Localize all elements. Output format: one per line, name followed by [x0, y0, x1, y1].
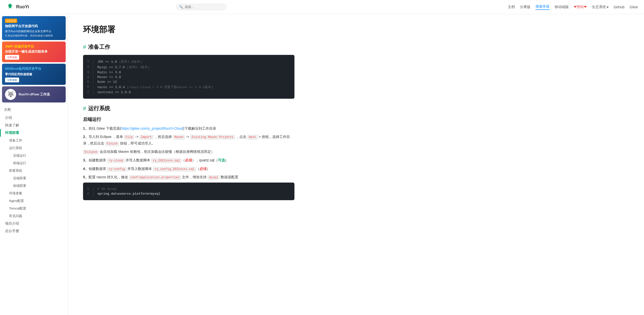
sidebar-item-runsys[interactable]: 运行系统: [0, 144, 68, 152]
ad-jnpf-logo: JNPF 快速开发平台: [5, 44, 63, 49]
code-mysql-kw: mysql: [208, 175, 220, 180]
code-existing-maven: Existing Maven Projects: [190, 135, 235, 139]
section-run-title: # 运行系统: [83, 105, 294, 112]
sidebar-item-prepare[interactable]: 准备工作: [0, 137, 68, 144]
nav-docs[interactable]: 文档: [508, 5, 515, 9]
sidebar-item-backend-deploy[interactable]: 后端部署: [0, 174, 68, 182]
logo-icon: [6, 3, 14, 11]
page-title: 环境部署: [83, 24, 294, 35]
ad-misboot-btn[interactable]: 立即体验: [5, 78, 19, 82]
ad-iot-desc: 忙身边的物联网专家，助您快速接入物联网: [5, 34, 63, 38]
main-layout: 山东云笠 物联网平台开放源代码 基于RuoYi的物联网综合业务支撑平台 忙身边的…: [0, 14, 644, 315]
ad-iot[interactable]: 山东云笠 物联网平台开放源代码 基于RuoYi的物联网综合业务支撑平台 忙身边的…: [2, 16, 66, 40]
badge-optional: 可选: [218, 158, 225, 162]
nav-github[interactable]: GitHub: [614, 5, 625, 9]
sidebar-item-intro[interactable]: 介绍: [0, 114, 68, 122]
sidebar-ads: 山东云笠 物联网平台开放源代码 基于RuoYi的物联网综合业务支撑平台 忙身边的…: [0, 14, 68, 104]
code-file: File: [124, 135, 134, 139]
nav-microservice[interactable]: 微服务版: [536, 4, 550, 10]
sidebar-item-tomcat[interactable]: Tomcat配置: [0, 205, 68, 212]
subsection-backend-title: 后端运行: [83, 116, 294, 122]
sidebar-item-nginx[interactable]: Nginx配置: [0, 197, 68, 205]
badge-required-2: 必须: [200, 167, 207, 171]
sidebar-nav: 介绍 快速了解 环境部署 准备工作 运行系统 后端运行 前端运行 部署系统 后端…: [0, 113, 68, 236]
search-input[interactable]: [185, 5, 223, 9]
step-1: 1、前往 Gitee 下载页面(https://gitee.com/y_proj…: [83, 125, 294, 132]
code-line: 5 Node >= 12: [83, 80, 294, 84]
nav-bar: 文档 分离版 微服务版 移动端版 ❤赞助❤ 生态系统 ▾ GitHub Gite…: [508, 4, 638, 10]
code-next: Next: [247, 135, 258, 139]
sidebar-item-frontend-deploy[interactable]: 前端部署: [0, 182, 68, 190]
subsection-backend: 后端运行 1、前往 Gitee 下载页面(https://gitee.com/y…: [83, 116, 294, 200]
code-maven: Maven: [173, 135, 185, 139]
ad-jnpf-title: 在线开发一键生成成功能表单: [5, 49, 63, 54]
ad-jflow-text: RuoYi+JFlow 工作流: [19, 92, 50, 97]
section-run: # 运行系统 后端运行 1、前往 Gitee 下载页面(https://gite…: [83, 105, 294, 200]
nav-separated[interactable]: 分离版: [520, 5, 531, 9]
main-content: 环境部署 # 准备工作 1 JDK >= 1.8 (推荐1.8版本) 2 Mys…: [68, 14, 310, 315]
code-ry-config-sql: ry_config_2021xxxx.sql: [153, 167, 196, 171]
ad-misboot[interactable]: MISBoot低代码开发平台 零代码应用快速搭建 立即体验: [2, 64, 66, 85]
sidebar-item-faq[interactable]: 常见问题: [0, 212, 68, 220]
section-hash-2: #: [83, 105, 86, 112]
search-icon: 🔍: [179, 5, 183, 9]
code-line: 4 Maven >= 3.0: [83, 75, 294, 80]
sidebar-item-quickstart[interactable]: 快速了解: [0, 122, 68, 129]
sidebar-item-frontend-run[interactable]: 前端运行: [0, 159, 68, 167]
code-line: 6 nacos >= 2.0.4 (ruoyi-cloud < 3.0 需要下载…: [83, 84, 294, 90]
code-line: 1 JDK >= 1.8 (推荐1.8版本): [83, 59, 294, 64]
badge-required-1: 必须: [185, 158, 192, 162]
code-finish: Finish: [105, 142, 119, 146]
sidebar-section-label: 文档: [0, 104, 68, 113]
nav-mobile[interactable]: 移动端版: [555, 5, 569, 9]
sidebar: 山东云笠 物联网平台开放源代码 基于RuoYi的物联网综合业务支撑平台 忙身边的…: [0, 14, 68, 315]
nav-sponsor[interactable]: ❤赞助❤: [574, 5, 587, 9]
code-block-mysql: 1 # db mysql 2 spring.datasource.platfor…: [83, 183, 294, 200]
ad-jflow-title: RuoYi+JFlow 工作流: [19, 92, 50, 97]
search-bar[interactable]: 🔍: [176, 4, 226, 10]
logo[interactable]: RuoYi: [6, 3, 29, 11]
code-block-prepare: 1 JDK >= 1.8 (推荐1.8版本) 2 Mysql >= 5.7.0 …: [83, 55, 294, 99]
code-eclipse: Eclipse: [83, 150, 99, 154]
sidebar-item-envdeploy[interactable]: 环境部署: [0, 129, 68, 137]
code-line: 7 sentinel >= 1.6.0: [83, 90, 294, 95]
ad-jflow-logo: 🐺: [5, 89, 16, 100]
step-3: 3、创建数据库 ry-cloud 并导入数据脚本 ry_2021xxxx.sql…: [83, 157, 294, 164]
sidebar-item-deploy[interactable]: 部署系统: [0, 167, 68, 174]
code-line: 3 Redis >= 3.0: [83, 70, 294, 75]
step-2-sub: Eclipse 会自动加载 Maven 依赖包，初次加载会比较慢（根据自身网络情…: [83, 149, 294, 155]
code-ry-sql: ry_2021xxxx.sql: [151, 158, 181, 163]
sidebar-item-project-intro[interactable]: 项目介绍: [0, 220, 68, 227]
nav-gitee[interactable]: Gitee: [630, 5, 638, 9]
ad-misboot-title: 零代码应用快速搭建: [5, 72, 63, 77]
ad-jnpf[interactable]: JNPF 快速开发平台 在线开发一键生成成功能表单 立即体验: [2, 42, 66, 62]
code-line: 2 Mysql >= 5.7.0 (推荐5.7版本): [83, 64, 294, 70]
code-ry-config: ry-config: [107, 167, 127, 171]
step-5: 5、配置 nacos 持久化，修改 conf/application.prope…: [83, 174, 294, 181]
section-hash-1: #: [83, 44, 86, 50]
step-4: 4、创建数据库 ry-config 并导入数据脚本 ry_config_2021…: [83, 166, 294, 172]
header: RuoYi 🔍 文档 分离版 微服务版 移动端版 ❤赞助❤ 生态系统 ▾ Git…: [0, 0, 644, 14]
ad-misboot-logo: MISBoot低代码开发平台: [5, 66, 63, 71]
ad-jflow[interactable]: 🐺 RuoYi+JFlow 工作流: [2, 86, 66, 102]
gitee-link[interactable]: https://gitee.com/y_project/RuoYi-Cloud: [121, 126, 183, 130]
code-line: 2 spring.datasource.platform=mysql: [83, 191, 294, 196]
chevron-down-icon: ▾: [607, 5, 609, 9]
sidebar-item-env-vars[interactable]: 环境变量: [0, 190, 68, 197]
sidebar-item-backend-manual[interactable]: 后台手册: [0, 227, 68, 235]
ad-iot-subtitle: 基于RuoYi的物联网综合业务支撑平台: [5, 29, 63, 33]
sidebar-item-backend-run[interactable]: 后端运行: [0, 152, 68, 159]
code-ry-cloud: ry-cloud: [107, 158, 125, 163]
code-line: 1 # db mysql: [83, 187, 294, 191]
ad-jnpf-btn[interactable]: 立即体验: [5, 55, 19, 60]
section-prepare: # 准备工作 1 JDK >= 1.8 (推荐1.8版本) 2 Mysql >=…: [83, 43, 294, 99]
code-import: Import: [139, 135, 153, 139]
ad-iot-title: 物联网平台开放源代码: [5, 24, 63, 29]
logo-text: RuoYi: [16, 4, 29, 10]
nav-ecosystem[interactable]: 生态系统 ▾: [592, 5, 609, 9]
ad-iot-tag: 山东云笠: [5, 19, 17, 23]
step-2: 2、导入到 Eclipse ，菜单 File -> Import ，然后选择 M…: [83, 134, 294, 147]
section-prepare-title: # 准备工作: [83, 43, 294, 51]
code-conf-props: conf/application.properties: [129, 175, 181, 180]
